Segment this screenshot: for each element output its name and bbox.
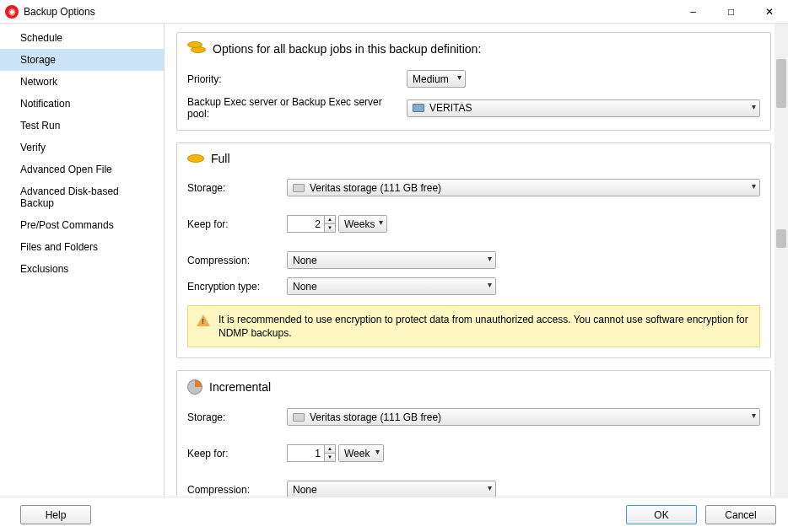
full-title: Full xyxy=(211,152,230,165)
scrollbar-thumb-upper[interactable] xyxy=(776,59,786,108)
inc-keepfor-label: Keep for: xyxy=(187,448,287,459)
app-icon: ◉ xyxy=(5,5,19,19)
full-keepfor-label: Keep for: xyxy=(187,218,287,230)
disk-icon xyxy=(187,154,204,163)
spinner-buttons[interactable]: ▲▼ xyxy=(324,444,336,462)
sidebar-item-test-run[interactable]: Test Run xyxy=(0,115,164,137)
full-encryption-label: Encryption type: xyxy=(187,281,287,293)
scrollbar-thumb-lower[interactable] xyxy=(776,229,786,248)
full-keepfor-input[interactable] xyxy=(287,215,324,233)
server-select[interactable]: VERITAS xyxy=(407,99,760,117)
priority-label: Priority: xyxy=(187,73,407,85)
incremental-title: Incremental xyxy=(209,380,271,394)
row-full-keepfor: Keep for: ▲▼ Weeks xyxy=(187,215,760,233)
sidebar-item-advanced-disk-based-backup[interactable]: Advanced Disk-based Backup xyxy=(0,180,164,214)
spinner-buttons[interactable]: ▲▼ xyxy=(324,215,336,233)
sidebar: Schedule Storage Network Notification Te… xyxy=(0,24,165,497)
bottom-bar: Help OK Cancel xyxy=(0,497,788,532)
row-full-compression: Compression: None xyxy=(187,251,760,269)
inc-keepfor-unit-select[interactable]: Week xyxy=(338,444,384,462)
full-storage-select[interactable]: Veritas storage (111 GB free) xyxy=(287,179,760,196)
ok-button[interactable]: OK xyxy=(626,505,697,524)
encryption-warning: It is recommended to use encryption to p… xyxy=(187,305,760,347)
full-encryption-select[interactable]: None xyxy=(287,277,496,295)
full-compression-select[interactable]: None xyxy=(287,251,496,269)
panel-full: Full Storage: Veritas storage (111 GB fr… xyxy=(176,142,771,358)
spin-up-icon[interactable]: ▲ xyxy=(325,445,335,454)
panel-header-incremental: Incremental xyxy=(187,379,760,400)
vertical-scrollbar[interactable] xyxy=(775,24,788,497)
row-priority: Priority: Medium xyxy=(187,70,760,88)
main-area: Schedule Storage Network Notification Te… xyxy=(0,24,788,497)
sidebar-item-exclusions[interactable]: Exclusions xyxy=(0,258,164,280)
spin-down-icon[interactable]: ▼ xyxy=(325,224,335,232)
drive-icon xyxy=(293,184,305,192)
server-icon xyxy=(413,104,424,112)
spin-down-icon[interactable]: ▼ xyxy=(325,454,335,461)
sidebar-item-advanced-open-file[interactable]: Advanced Open File xyxy=(0,159,164,180)
priority-select[interactable]: Medium xyxy=(407,70,466,88)
sidebar-item-notification[interactable]: Notification xyxy=(0,93,164,115)
inc-storage-select[interactable]: Veritas storage (111 GB free) xyxy=(287,408,760,426)
cancel-button[interactable]: Cancel xyxy=(705,505,776,524)
row-full-encryption: Encryption type: None xyxy=(187,277,760,295)
sidebar-item-storage[interactable]: Storage xyxy=(0,49,164,71)
row-server: Backup Exec server or Backup Exec server… xyxy=(187,96,760,120)
row-inc-storage: Storage: Veritas storage (111 GB free) xyxy=(187,408,760,426)
help-button[interactable]: Help xyxy=(20,505,91,524)
minimize-button[interactable]: – xyxy=(674,0,712,24)
inc-storage-label: Storage: xyxy=(187,411,287,423)
row-inc-compression: Compression: None xyxy=(187,481,760,497)
panel-global-options: Options for all backup jobs in this back… xyxy=(176,32,771,131)
maximize-button[interactable]: □ xyxy=(712,0,750,24)
server-label: Backup Exec server or Backup Exec server… xyxy=(187,96,407,120)
sidebar-item-pre-post-commands[interactable]: Pre/Post Commands xyxy=(0,214,164,236)
row-inc-keepfor: Keep for: ▲▼ Week xyxy=(187,444,760,462)
full-compression-label: Compression: xyxy=(187,255,287,266)
warning-text: It is recommended to use encryption to p… xyxy=(219,313,751,340)
sidebar-item-files-and-folders[interactable]: Files and Folders xyxy=(0,236,164,258)
panel-incremental: Incremental Storage: Veritas storage (11… xyxy=(176,370,771,497)
drive-icon xyxy=(293,413,305,422)
inc-keepfor-input[interactable] xyxy=(287,444,324,462)
close-button[interactable]: ✕ xyxy=(750,0,788,24)
full-keepfor-unit-select[interactable]: Weeks xyxy=(338,215,387,233)
inc-compression-label: Compression: xyxy=(187,484,287,496)
content-wrap: Options for all backup jobs in this back… xyxy=(165,24,788,497)
sidebar-item-schedule[interactable]: Schedule xyxy=(0,27,164,49)
full-keepfor-spinner[interactable]: ▲▼ xyxy=(287,215,336,233)
content: Options for all backup jobs in this back… xyxy=(165,24,788,497)
sidebar-item-verify[interactable]: Verify xyxy=(0,137,164,159)
row-full-storage: Storage: Veritas storage (111 GB free) xyxy=(187,179,760,196)
inc-keepfor-spinner[interactable]: ▲▼ xyxy=(287,444,336,462)
full-storage-label: Storage: xyxy=(187,182,287,194)
titlebar: ◉ Backup Options – □ ✕ xyxy=(0,0,788,24)
warning-icon xyxy=(197,314,210,326)
sidebar-item-network[interactable]: Network xyxy=(0,71,164,93)
inc-compression-select[interactable]: None xyxy=(287,481,496,497)
panel-header-global: Options for all backup jobs in this back… xyxy=(187,41,760,62)
disks-icon xyxy=(187,41,206,56)
window-title: Backup Options xyxy=(24,6,95,18)
panel-header-full: Full xyxy=(187,152,760,170)
incremental-icon xyxy=(187,379,202,395)
global-heading: Options for all backup jobs in this back… xyxy=(213,42,481,56)
spin-up-icon[interactable]: ▲ xyxy=(325,216,335,224)
window-controls: – □ ✕ xyxy=(674,0,788,24)
